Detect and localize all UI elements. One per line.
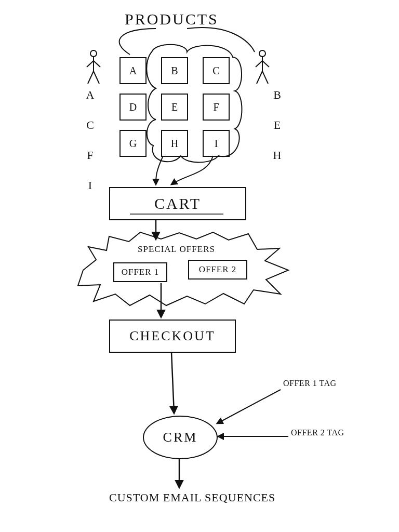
cart-label: CART: [154, 195, 201, 212]
diagram-canvas: PRODUCTS A C F I B E H A B C D E F G H I…: [0, 0, 399, 532]
offer2-tag-label: OFFER 2 TAG: [291, 429, 344, 437]
user-b-icon: [255, 49, 270, 86]
special-offers-label: SPECIAL OFFERS: [138, 244, 215, 255]
user-b-picks: B E H: [270, 88, 284, 164]
product-d: D: [119, 94, 147, 121]
product-b: B: [161, 57, 188, 84]
checkout-label: CHECKOUT: [129, 328, 216, 344]
offer1-tag-label: OFFER 1 TAG: [283, 379, 337, 388]
offer-1-label: OFFER 1: [122, 267, 159, 277]
svg-line-4: [88, 71, 94, 84]
cart-box: CART: [109, 187, 246, 220]
svg-line-3: [94, 61, 100, 67]
svg-point-6: [259, 50, 265, 57]
product-h: H: [161, 130, 188, 157]
product-f: F: [203, 94, 230, 121]
crm-label: CRM: [163, 430, 198, 445]
output-label: CUSTOM EMAIL SEQUENCES: [109, 491, 265, 504]
user-a-icon: [86, 49, 101, 86]
svg-line-9: [262, 61, 269, 67]
svg-point-0: [90, 50, 97, 57]
product-c: C: [203, 57, 230, 84]
product-g: G: [119, 130, 147, 157]
svg-line-2: [87, 61, 94, 67]
product-i: I: [203, 130, 230, 157]
svg-line-10: [257, 71, 262, 84]
checkout-box: CHECKOUT: [109, 320, 236, 353]
offer-1-box: OFFER 1: [113, 262, 167, 282]
product-a: A: [119, 57, 147, 84]
svg-line-11: [262, 71, 268, 84]
svg-line-8: [256, 61, 262, 67]
title-label: PRODUCTS: [125, 10, 219, 28]
crm-node: CRM: [143, 416, 218, 459]
svg-line-5: [94, 71, 99, 84]
product-e: E: [161, 94, 188, 121]
offer-2-box: OFFER 2: [188, 260, 247, 280]
user-a-picks: A C F I: [83, 88, 97, 194]
offer-2-label: OFFER 2: [199, 264, 237, 275]
